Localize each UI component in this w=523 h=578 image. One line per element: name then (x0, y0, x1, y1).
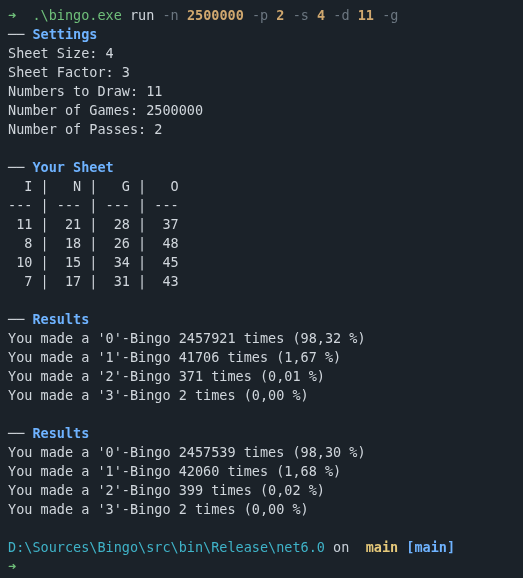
setting-number-of-games: Number of Games: 2500000 (8, 101, 515, 120)
rule-icon: ── (8, 311, 24, 327)
sheet-row: 8 | 18 | 26 | 48 (8, 234, 515, 253)
flag-n: -n (162, 7, 178, 23)
bracket-close: ] (447, 539, 455, 555)
cwd-path: D:\Sources\Bingo\src\bin\Release\net6.0 (8, 539, 325, 555)
sheet-divider: --- | --- | --- | --- (8, 196, 515, 215)
section-title: Settings (32, 26, 97, 42)
result-line: You made a '0'-Bingo 2457921 times (98,3… (8, 329, 515, 348)
blank-line (8, 519, 515, 538)
executable: .\bingo.exe (32, 7, 121, 23)
subcommand: run (130, 7, 154, 23)
section-title: Results (32, 311, 89, 327)
sheet-header: I | N | G | O (8, 177, 515, 196)
result-line: You made a '1'-Bingo 42060 times (1,68 %… (8, 462, 515, 481)
command-line: ➜ .\bingo.exe run -n 2500000 -p 2 -s 4 -… (8, 6, 515, 25)
val-p: 2 (276, 7, 284, 23)
result-line: You made a '3'-Bingo 2 times (0,00 %) (8, 386, 515, 405)
sheet-row: 10 | 15 | 34 | 45 (8, 253, 515, 272)
prompt-ready[interactable]: ➜ (8, 557, 515, 576)
terminal-output: ➜ .\bingo.exe run -n 2500000 -p 2 -s 4 -… (8, 6, 515, 576)
setting-sheet-size: Sheet Size: 4 (8, 44, 515, 63)
section-title: Your Sheet (32, 159, 113, 175)
prompt-arrow: ➜ (8, 558, 16, 574)
sheet-row: 7 | 17 | 31 | 43 (8, 272, 515, 291)
section-title: Results (32, 425, 89, 441)
val-d: 11 (358, 7, 374, 23)
result-line: You made a '2'-Bingo 371 times (0,01 %) (8, 367, 515, 386)
section-results-header: ── Results (8, 310, 515, 329)
on-text: on (325, 539, 358, 555)
result-line: You made a '1'-Bingo 41706 times (1,67 %… (8, 348, 515, 367)
branch-tag: main (414, 539, 447, 555)
prompt-arrow: ➜ (8, 7, 16, 23)
setting-numbers-to-draw: Numbers to Draw: 11 (8, 82, 515, 101)
setting-sheet-factor: Sheet Factor: 3 (8, 63, 515, 82)
section-sheet-header: ── Your Sheet (8, 158, 515, 177)
branch-name: main (366, 539, 399, 555)
result-line: You made a '3'-Bingo 2 times (0,00 %) (8, 500, 515, 519)
rule-icon: ── (8, 159, 24, 175)
prompt-line: D:\Sources\Bingo\src\bin\Release\net6.0 … (8, 538, 515, 557)
val-s: 4 (317, 7, 325, 23)
section-results-header: ── Results (8, 424, 515, 443)
setting-number-of-passes: Number of Passes: 2 (8, 120, 515, 139)
result-line: You made a '2'-Bingo 399 times (0,02 %) (8, 481, 515, 500)
rule-icon: ── (8, 425, 24, 441)
blank-line (8, 139, 515, 158)
flag-s: -s (293, 7, 309, 23)
flag-p: -p (252, 7, 268, 23)
sheet-row: 11 | 21 | 28 | 37 (8, 215, 515, 234)
rule-icon: ── (8, 26, 24, 42)
blank-line (8, 291, 515, 310)
flag-g: -g (382, 7, 398, 23)
section-settings-header: ── Settings (8, 25, 515, 44)
val-n: 2500000 (187, 7, 244, 23)
result-line: You made a '0'-Bingo 2457539 times (98,3… (8, 443, 515, 462)
flag-d: -d (333, 7, 349, 23)
blank-line (8, 405, 515, 424)
